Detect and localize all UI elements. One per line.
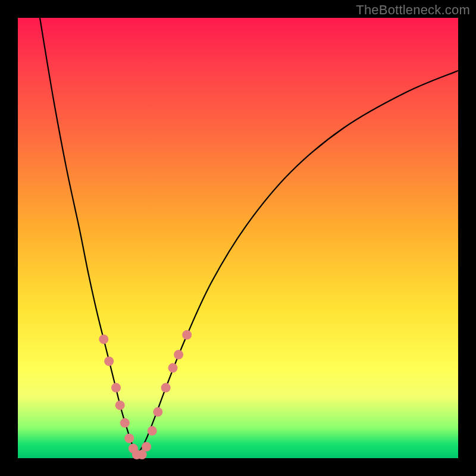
marker-point [161,383,171,393]
chart-frame: TheBottleneck.com [0,0,476,476]
marker-point [115,400,125,410]
marker-point [104,356,114,366]
marker-point [111,383,121,393]
marker-point [124,434,134,443]
marker-point [153,407,162,416]
marker-point [182,330,192,340]
watermark-text: TheBottleneck.com [356,2,470,18]
marker-point [142,442,151,452]
marker-point [148,426,157,436]
series-group [40,18,458,456]
plot-area [18,18,458,458]
curve-right-branch [137,71,458,456]
marker-point [120,418,130,428]
marker-point [99,334,108,344]
marker-point [168,363,177,372]
marker-point [174,350,183,359]
curve-left-branch [40,18,137,456]
chart-svg [18,18,458,458]
